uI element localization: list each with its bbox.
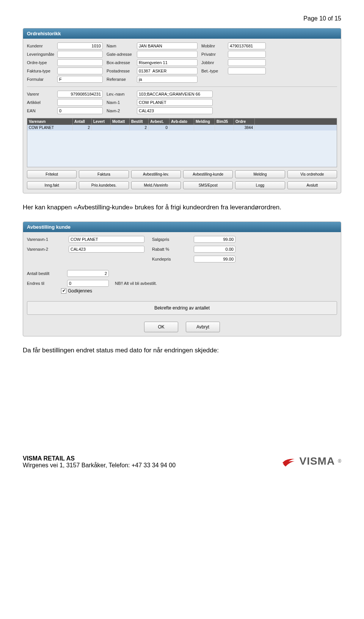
post-label: Postadresse — [107, 69, 133, 73]
cell-antall: 2 — [73, 125, 92, 130]
melding-button[interactable]: Melding — [235, 170, 285, 178]
logg-button[interactable]: Logg — [235, 181, 285, 189]
gate-input[interactable] — [137, 51, 198, 58]
col-varenavn: Varenavn — [27, 118, 73, 125]
fritekst-button[interactable]: Fritekst — [27, 170, 77, 178]
page-footer: VISMA RETAIL AS Wirgenes vei 1, 3157 Bar… — [23, 454, 341, 469]
kundepris-input[interactable] — [194, 256, 235, 262]
varenavn2-input[interactable] — [69, 246, 144, 253]
levnavn-label: Lev.-navn — [107, 92, 133, 96]
visma-swoosh-icon — [281, 454, 296, 469]
bettype-input[interactable] — [228, 68, 266, 74]
lev-label: Leveringsmåte — [27, 52, 53, 57]
navn-input[interactable] — [137, 42, 198, 49]
formular-label: Formular — [27, 77, 53, 82]
nb-text: NB!! Alt vil bli avbestilt. — [115, 281, 191, 286]
gate-label: Gate-adresse — [107, 52, 133, 57]
formular-input[interactable] — [57, 76, 103, 83]
artikkel-label: Artikkel — [27, 100, 53, 105]
godkjennes-label: Godkjennes — [68, 288, 92, 294]
privatnr-input[interactable] — [228, 51, 266, 58]
levnavn-input[interactable] — [137, 91, 213, 97]
confirm-banner: Bekrefte endring av antallet — [27, 301, 337, 315]
meld-vareinfo-button[interactable]: Meld./Vareinfo — [131, 181, 181, 189]
ordrehistorikk-panel: Ordrehistorikk Kundenr Navn Mobilnr Leve… — [23, 28, 341, 193]
col-bestilt: Bestilt — [130, 118, 149, 125]
avslutt-button[interactable]: Avslutt — [287, 181, 337, 189]
ean-label: EAN — [27, 108, 53, 113]
faktura-button[interactable]: Faktura — [79, 170, 129, 178]
varenavn2-label: Varenavn-2 — [27, 247, 61, 251]
cell-levert — [92, 125, 111, 130]
navn2-label: Navn-2 — [107, 108, 133, 113]
ref-label: Referanse — [107, 77, 133, 82]
navn-label: Navn — [107, 44, 133, 48]
ean-input[interactable] — [57, 107, 103, 114]
jobbnr-label: Jobbnr — [201, 60, 224, 65]
avbestilling-kunde-button[interactable]: Avbestilling-kunde — [183, 170, 233, 178]
antall-input[interactable] — [67, 270, 109, 277]
cell-melding — [194, 125, 215, 130]
varenavn1-label: Varenavn-1 — [27, 237, 61, 242]
jobbnr-input[interactable] — [228, 59, 266, 66]
navn2-input[interactable] — [137, 107, 213, 114]
antall-label: Antall bestilt — [27, 271, 61, 276]
col-mottatt: Mottatt — [111, 118, 130, 125]
ok-button[interactable]: OK — [144, 322, 178, 332]
col-levert: Levert — [92, 118, 111, 125]
lev-input[interactable] — [57, 51, 103, 58]
post-input[interactable] — [137, 68, 198, 74]
endres-input[interactable] — [67, 280, 109, 287]
rabatt-input[interactable] — [194, 246, 235, 253]
visma-logo: VISMA ® — [281, 454, 341, 469]
sms-epost-button[interactable]: SMS/Epost — [183, 181, 233, 189]
navn1-label: Navn-1 — [107, 100, 133, 105]
varenr-input[interactable] — [57, 91, 103, 97]
col-ordre: Ordre — [234, 118, 255, 125]
varenavn1-input[interactable] — [69, 236, 144, 243]
cell-bestilt: 2 — [130, 125, 149, 130]
col-antall: Antall — [73, 118, 92, 125]
ref-input[interactable] — [137, 76, 198, 83]
salgspris-label: Salgspris — [152, 237, 186, 242]
avbestilling-lev-button[interactable]: Avbestilling-lev. — [131, 170, 181, 178]
ordretype-label: Ordre-type — [27, 60, 53, 65]
vis-ordrehode-button[interactable]: Vis ordrehode — [287, 170, 337, 178]
order-grid: Varenavn Antall Levert Mottatt Bestilt A… — [27, 118, 337, 167]
box-input[interactable] — [137, 59, 198, 66]
endres-label: Endres til — [27, 281, 61, 286]
godkjennes-checkbox[interactable]: ✔ — [61, 288, 66, 294]
kundenr-input[interactable] — [57, 42, 103, 49]
avbestilling-kunde-panel: Avbestilling kunde Varenavn-1 Salgspris … — [23, 222, 341, 336]
cell-ordre: 3844 — [234, 125, 255, 130]
prio-button[interactable]: Prio.kundebes. — [79, 181, 129, 189]
mobilnr-input[interactable] — [228, 42, 266, 49]
rabatt-label: Rabatt % — [152, 247, 186, 251]
col-bim35: Bim35 — [215, 118, 234, 125]
varenr-label: Varenr — [27, 92, 53, 96]
cell-avbest: 0 — [149, 125, 169, 130]
artikkel-input[interactable] — [57, 99, 103, 106]
cell-mottatt — [111, 125, 130, 130]
registered-icon: ® — [338, 459, 341, 464]
panel2-title: Avbestilling kunde — [23, 222, 341, 232]
cell-bim35 — [215, 125, 234, 130]
kundenr-label: Kundenr — [27, 44, 53, 48]
paragraph-1: Her kan knappen «Avbestilling-kunde» bru… — [23, 203, 341, 212]
salgspris-input[interactable] — [194, 236, 235, 243]
navn1-input[interactable] — [137, 99, 213, 106]
visma-logo-text: VISMA — [299, 455, 335, 467]
page-number: Page 10 of 15 — [23, 15, 341, 22]
inngfakt-button[interactable]: Inng.fakt — [27, 181, 77, 189]
avbryt-button[interactable]: Avbryt — [186, 322, 220, 332]
ordretype-input[interactable] — [57, 59, 103, 66]
fakturatype-input[interactable] — [57, 68, 103, 74]
box-label: Box-adresse — [107, 60, 133, 65]
col-avbdato: Avb-dato — [169, 118, 194, 125]
table-row[interactable]: COW PLANET 2 2 0 3844 — [27, 125, 337, 130]
footer-address: Wirgenes vei 1, 3157 Barkåker, Telefon: … — [23, 462, 176, 469]
bettype-label: Bet.-type — [201, 69, 224, 73]
cell-avbdato — [169, 125, 194, 130]
mobilnr-label: Mobilnr — [201, 44, 224, 48]
grid-header: Varenavn Antall Levert Mottatt Bestilt A… — [27, 118, 337, 125]
